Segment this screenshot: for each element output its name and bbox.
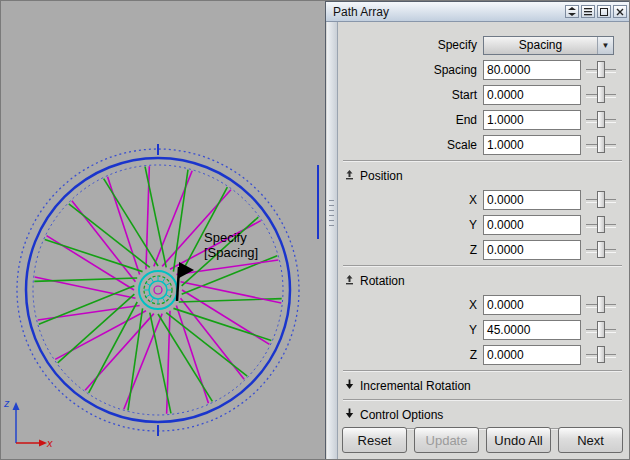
end-input[interactable]: 1.0000: [483, 110, 581, 130]
separator: [343, 399, 622, 401]
specify-dropdown[interactable]: Spacing ▼: [483, 36, 614, 55]
scale-input[interactable]: 1.0000: [483, 135, 581, 155]
specify-value: Spacing: [484, 38, 597, 52]
slider-thumb[interactable]: [597, 346, 605, 363]
separator: [343, 370, 622, 372]
incremental-rotation-label: Incremental Rotation: [360, 379, 471, 393]
next-button[interactable]: Next: [558, 427, 623, 453]
annotation-line-1: Specify: [204, 230, 258, 245]
start-value: 0.0000: [487, 88, 524, 102]
button-row: Reset Update Undo All Next: [342, 427, 623, 453]
slider-thumb[interactable]: [597, 216, 605, 233]
position-x-label: X: [342, 193, 483, 207]
scale-value: 1.0000: [487, 138, 524, 152]
spacing-value: 80.0000: [487, 63, 530, 77]
position-x-value: 0.0000: [487, 193, 524, 207]
rotation-z-label: Z: [342, 348, 483, 362]
undo-all-button[interactable]: Undo All: [486, 427, 551, 453]
z-axis-label: z: [4, 397, 10, 409]
menu-icon[interactable]: [581, 5, 595, 18]
position-y-input[interactable]: 0.0000: [483, 215, 581, 235]
rotation-x-label: X: [342, 298, 483, 312]
annotation-line-2: [Spacing]: [204, 245, 258, 260]
position-y-slider[interactable]: [584, 215, 618, 235]
incremental-rotation-section[interactable]: Incremental Rotation: [342, 376, 623, 395]
titlebar-icons: [565, 5, 627, 18]
end-label: End: [342, 113, 483, 127]
close-icon[interactable]: [613, 5, 627, 18]
control-options-section[interactable]: Control Options: [342, 405, 623, 424]
start-slider[interactable]: [584, 85, 618, 105]
collapsed-arrow-icon[interactable]: [345, 408, 354, 422]
start-input[interactable]: 0.0000: [483, 85, 581, 105]
panel-title: Path Array: [333, 5, 389, 19]
position-z-value: 0.0000: [487, 243, 524, 257]
specify-label: Specify: [342, 38, 483, 52]
slider-thumb[interactable]: [597, 296, 605, 313]
shade-updown-icon[interactable]: [565, 5, 579, 18]
rotation-y-input[interactable]: 45.0000: [483, 320, 581, 340]
maximize-icon[interactable]: [597, 5, 611, 18]
panel-splitter[interactable]: [327, 22, 338, 459]
slider-thumb[interactable]: [597, 86, 605, 103]
panel-titlebar[interactable]: Path Array: [326, 2, 630, 22]
rotation-y-value: 45.0000: [487, 323, 530, 337]
command-prompt-annotation: Specify [Spacing]: [204, 230, 258, 260]
position-z-slider[interactable]: [584, 240, 618, 260]
control-options-label: Control Options: [360, 408, 443, 422]
rotation-expander-icon[interactable]: [345, 274, 354, 288]
reset-button[interactable]: Reset: [342, 427, 407, 453]
end-slider[interactable]: [584, 110, 618, 130]
spacing-slider[interactable]: [584, 60, 618, 80]
position-section-title: Position: [360, 169, 403, 183]
rotation-z-slider[interactable]: [584, 345, 618, 365]
position-z-input[interactable]: 0.0000: [483, 240, 581, 260]
slider-thumb[interactable]: [597, 191, 605, 208]
app-window: Specify [Spacing] z x Path Array: [0, 0, 630, 460]
separator: [343, 160, 622, 162]
rotation-y-label: Y: [342, 323, 483, 337]
rotation-x-value: 0.0000: [487, 298, 524, 312]
slider-thumb[interactable]: [597, 136, 605, 153]
slider-thumb[interactable]: [597, 61, 605, 78]
end-value: 1.0000: [487, 113, 524, 127]
scale-slider[interactable]: [584, 135, 618, 155]
slider-thumb[interactable]: [597, 321, 605, 338]
rotation-z-input[interactable]: 0.0000: [483, 345, 581, 365]
panel-content: Specify Spacing ▼ Spacing 80.0000 Start …: [342, 22, 623, 430]
position-y-value: 0.0000: [487, 218, 524, 232]
rotation-section-header[interactable]: Rotation: [342, 271, 623, 290]
scale-label: Scale: [342, 138, 483, 152]
path-array-panel: Path Array Specify: [325, 1, 630, 460]
position-x-input[interactable]: 0.0000: [483, 190, 581, 210]
slider-thumb[interactable]: [597, 241, 605, 258]
spacing-label: Spacing: [342, 63, 483, 77]
start-label: Start: [342, 88, 483, 102]
rotation-y-slider[interactable]: [584, 320, 618, 340]
position-section-header[interactable]: Position: [342, 166, 623, 185]
slider-thumb[interactable]: [597, 111, 605, 128]
position-z-label: Z: [342, 243, 483, 257]
chevron-down-icon: ▼: [597, 37, 613, 54]
splitter-grip-icon[interactable]: [329, 200, 334, 226]
x-axis-label: x: [47, 437, 53, 449]
position-expander-icon[interactable]: [345, 169, 354, 183]
collapsed-arrow-icon[interactable]: [345, 379, 354, 393]
rotation-x-slider[interactable]: [584, 295, 618, 315]
update-button[interactable]: Update: [414, 427, 479, 453]
separator: [343, 265, 622, 267]
position-y-label: Y: [342, 218, 483, 232]
rotation-section-title: Rotation: [360, 274, 405, 288]
spacing-input[interactable]: 80.0000: [483, 60, 581, 80]
position-x-slider[interactable]: [584, 190, 618, 210]
rotation-z-value: 0.0000: [487, 348, 524, 362]
rotation-x-input[interactable]: 0.0000: [483, 295, 581, 315]
